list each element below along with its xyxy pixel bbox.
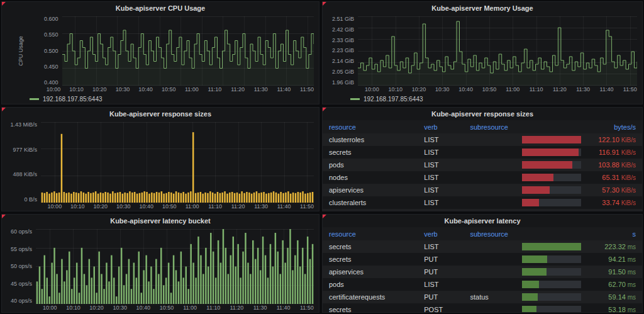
y-axis-ticks: 1.43 MiB/s977 KiB/s488 KiB/s0 B/s xyxy=(6,122,41,203)
value-unit: ms xyxy=(626,281,636,288)
panel-title[interactable]: Kube-apiserver response sizes xyxy=(2,108,319,120)
column-header-subresource[interactable]: subresource xyxy=(470,123,522,131)
x-tick-label: 10:00 xyxy=(48,203,62,210)
table-row: secretsPUT94.21 ms xyxy=(323,253,642,266)
value-number: 223.32 xyxy=(604,243,626,250)
memory-usage-plot[interactable] xyxy=(358,16,637,86)
x-tick-label: 10:10 xyxy=(66,305,80,311)
cell-resource: secrets xyxy=(329,243,424,250)
x-tick-label: 11:40 xyxy=(277,86,291,93)
legend-item[interactable]: 192.168.197.85:6443 xyxy=(323,94,642,104)
column-header-resource[interactable]: resource xyxy=(329,230,424,238)
panel-error-icon xyxy=(2,108,6,111)
cell-gauge: 122.10 KiB/s xyxy=(522,136,636,143)
gauge-track xyxy=(522,243,581,250)
x-tick-label: 10:40 xyxy=(139,203,153,210)
cell-resource: secrets xyxy=(329,255,424,263)
gauge-fill xyxy=(522,186,550,194)
x-tick-label: 10:30 xyxy=(435,86,450,93)
y-tick-label: 2.14 GiB xyxy=(332,59,354,64)
y-tick-label: 0.450 xyxy=(44,64,58,70)
cell-resource: pods xyxy=(329,161,424,169)
gauge-fill xyxy=(522,255,547,263)
gauge-fill xyxy=(522,136,581,143)
y-tick-label: 977 KiB/s xyxy=(13,147,37,153)
x-tick-label: 11:40 xyxy=(277,305,291,311)
panel-latency-table: Kube-apiserver latency resourceverbsubre… xyxy=(322,214,643,313)
panel-error-icon xyxy=(323,2,326,6)
y-tick-label: 0.550 xyxy=(44,32,58,38)
chart-area: CPU Usage 0.6000.5500.5000.4500.400 xyxy=(2,14,319,86)
table-row: certificaterequestsPUTstatus59.14 ms xyxy=(323,291,642,303)
legend-swatch-icon xyxy=(30,98,39,100)
value-number: 57.30 xyxy=(602,186,619,194)
x-tick-label: 11:50 xyxy=(300,86,314,93)
gauge-fill xyxy=(522,306,536,312)
x-tick-label: 10:50 xyxy=(162,86,176,93)
gauge-value: 94.21 ms xyxy=(586,255,636,263)
column-header-bytess[interactable]: bytes/s xyxy=(522,123,636,131)
y-tick-label: 1.43 MiB/s xyxy=(10,122,37,128)
cell-gauge: 33.74 KiB/s xyxy=(522,199,636,206)
x-tick-label: 10:10 xyxy=(388,86,402,93)
x-tick-label: 10:00 xyxy=(365,86,379,93)
value-number: 53.18 xyxy=(608,306,626,312)
panel-title[interactable]: Kube-apiserver CPU Usage xyxy=(2,2,319,14)
panel-title[interactable]: Kube-apiserver Memory Usage xyxy=(323,2,642,14)
x-tick-label: 10:20 xyxy=(92,86,107,93)
cell-verb: LIST xyxy=(424,186,470,194)
value-unit: KiB/s xyxy=(619,149,636,156)
value-unit: ms xyxy=(626,306,636,312)
legend-item[interactable]: 192.168.197.85:6443 xyxy=(2,94,319,104)
x-tick-label: 11:40 xyxy=(600,86,614,93)
x-tick-label: 11:30 xyxy=(576,86,590,93)
value-number: 116.91 xyxy=(599,149,619,156)
cell-gauge: 116.91 KiB/s xyxy=(522,149,636,156)
gauge-value: 116.91 KiB/s xyxy=(586,149,636,156)
panel-title[interactable]: Kube-apiserver latency xyxy=(323,215,642,227)
column-header-verb[interactable]: verb xyxy=(424,230,470,238)
table-header: resourceverbsubresources xyxy=(323,227,642,240)
value-number: 91.50 xyxy=(608,268,626,276)
table-row: namespacesLIST26.38 KiB/s xyxy=(323,209,642,211)
x-tick-label: 10:20 xyxy=(412,86,426,93)
gauge-track xyxy=(522,306,581,312)
x-axis: 10:0010:1010:2010:3010:4010:5011:0011:10… xyxy=(2,86,319,94)
gauge-track xyxy=(522,136,581,143)
cell-verb: LIST xyxy=(424,199,470,206)
column-header-verb[interactable]: verb xyxy=(424,123,470,131)
table-row: nodesLIST65.31 KiB/s xyxy=(323,171,642,184)
value-number: 59.14 xyxy=(608,293,626,301)
value-number: 65.31 xyxy=(602,174,619,181)
cpu-usage-plot[interactable] xyxy=(62,16,314,86)
panel-title[interactable]: Kube-apiserver response sizes xyxy=(323,108,642,120)
cell-verb: LIST xyxy=(424,281,470,288)
panel-title[interactable]: Kube-apiserver latency bucket xyxy=(2,215,319,227)
value-unit: KiB/s xyxy=(619,162,636,169)
chart-area: 1.43 MiB/s977 KiB/s488 KiB/s0 B/s xyxy=(2,120,319,203)
column-header-subresource[interactable]: subresource xyxy=(470,230,522,238)
panel-memory-usage: Kube-apiserver Memory Usage 2.51 GiB2.42… xyxy=(322,1,643,104)
column-header-s[interactable]: s xyxy=(522,230,636,238)
cell-verb: LIST xyxy=(424,243,470,250)
y-axis-ticks: 2.51 GiB2.42 GiB2.33 GiB2.23 GiB2.14 GiB… xyxy=(326,16,358,86)
y-axis-ticks: 60 ops/s55 ops/s50 ops/s45 ops/s40 ops/s xyxy=(6,229,36,304)
x-axis: 10:0010:1010:2010:3010:4010:5011:0011:10… xyxy=(2,203,319,211)
panel-response-sizes-chart: Kube-apiserver response sizes 1.43 MiB/s… xyxy=(1,107,319,211)
y-tick-label: 40 ops/s xyxy=(11,298,32,304)
x-tick-label: 11:20 xyxy=(230,305,243,311)
y-tick-label: 2.51 GiB xyxy=(332,16,354,22)
cell-gauge: 59.14 ms xyxy=(522,293,636,301)
gauge-track xyxy=(522,293,581,301)
gauge-track xyxy=(522,255,581,263)
gauge-value: 223.32 ms xyxy=(586,243,636,250)
response-sizes-plot[interactable] xyxy=(41,122,314,203)
latency-bucket-plot[interactable] xyxy=(36,229,314,304)
table-header: resourceverbsubresourcebytes/s xyxy=(323,120,642,133)
x-tick-label: 10:20 xyxy=(94,203,108,210)
chart-area: 2.51 GiB2.42 GiB2.33 GiB2.23 GiB2.14 GiB… xyxy=(323,14,642,86)
column-header-resource[interactable]: resource xyxy=(329,123,424,131)
panel-error-icon xyxy=(2,2,6,6)
x-tick-label: 11:30 xyxy=(254,203,268,210)
dashboard-grid: Kube-apiserver CPU Usage CPU Usage 0.600… xyxy=(0,0,644,314)
